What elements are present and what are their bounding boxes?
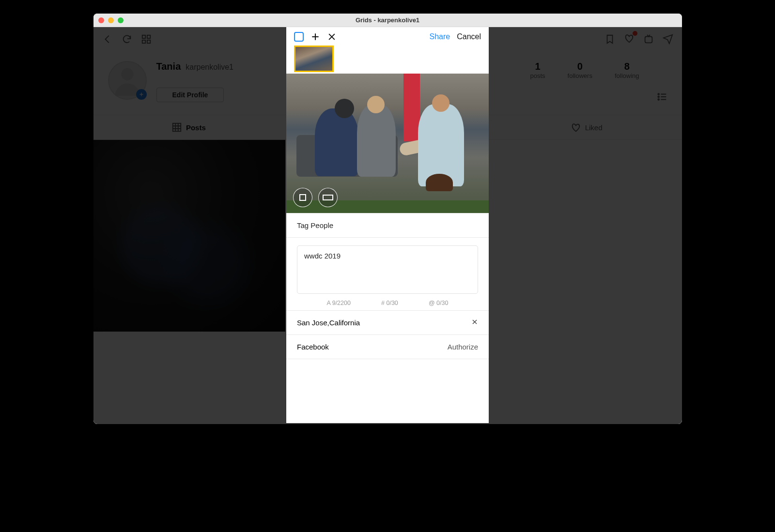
caption-input[interactable] (297, 245, 478, 294)
hashtag-counter: # 0/30 (381, 300, 398, 306)
traffic-lights (98, 17, 124, 23)
media-thumbnail-selected[interactable] (294, 46, 334, 72)
mention-counter: @ 0/30 (429, 300, 449, 306)
facebook-share-row[interactable]: Facebook Authorize (286, 334, 489, 359)
zoom-window-button[interactable] (118, 17, 124, 23)
cancel-button[interactable]: Cancel (457, 32, 481, 41)
caption-counters: A 9/2200 # 0/30 @ 0/30 (297, 296, 478, 308)
remove-media-icon[interactable] (327, 32, 337, 42)
caption-block: A 9/2200 # 0/30 @ 0/30 (286, 237, 489, 310)
close-window-button[interactable] (98, 17, 104, 23)
facebook-authorize-button[interactable]: Authorize (448, 343, 478, 351)
media-preview[interactable] (286, 74, 489, 213)
minimize-window-button[interactable] (108, 17, 114, 23)
titlebar: Grids - karpenkolive1 (93, 14, 682, 27)
tag-people-row[interactable]: Tag People (286, 213, 489, 237)
content-area: Tania karpenkolive1 Edit Profile 1 posts… (93, 27, 682, 424)
crop-icon[interactable] (294, 32, 304, 42)
clear-location-button[interactable] (471, 319, 478, 327)
app-window: Grids - karpenkolive1 (93, 14, 682, 424)
location-value: San Jose,California (297, 319, 360, 327)
window-title: Grids - karpenkolive1 (93, 16, 682, 24)
share-button[interactable]: Share (429, 32, 450, 41)
compose-modal: Share Cancel (286, 27, 489, 423)
facebook-label: Facebook (297, 343, 329, 351)
location-row[interactable]: San Jose,California (286, 310, 489, 334)
aspect-wide-button[interactable] (318, 188, 338, 207)
media-thumbnails (286, 42, 489, 74)
compose-toolbar: Share Cancel (286, 27, 489, 42)
aspect-square-button[interactable] (293, 188, 312, 207)
add-media-icon[interactable] (310, 32, 320, 42)
char-counter: A 9/2200 (327, 300, 351, 306)
